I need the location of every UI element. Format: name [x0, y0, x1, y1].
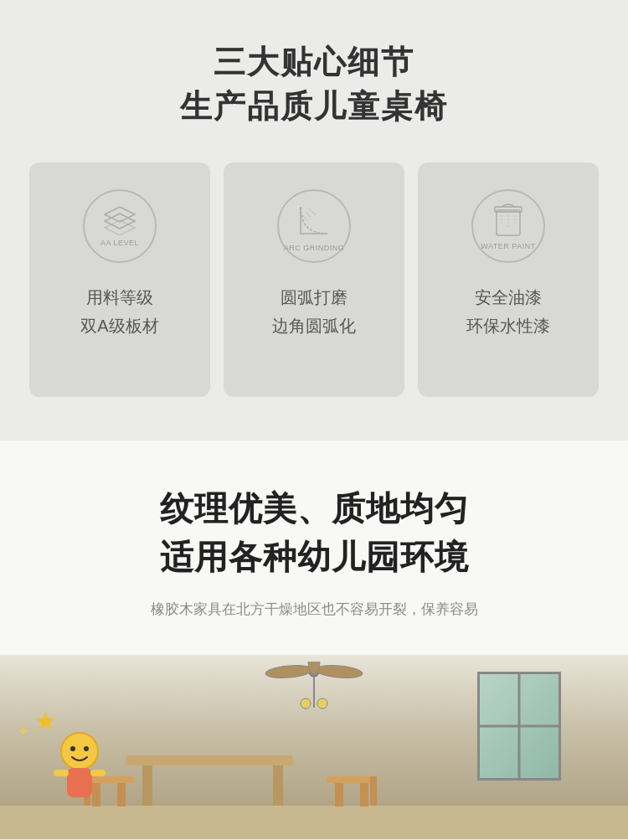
- features-title: 三大贴心细节 生产品质儿童桌椅: [23, 40, 605, 129]
- svg-point-13: [315, 663, 363, 679]
- svg-rect-7: [495, 207, 522, 212]
- card-aa-level: AA LEVEL 用料等级 双A级板材: [29, 162, 210, 397]
- svg-line-4: [309, 209, 316, 215]
- svg-rect-26: [327, 776, 377, 783]
- svg-rect-33: [67, 768, 92, 797]
- svg-rect-19: [126, 755, 293, 765]
- arc-grinding-icon-circle: ARC GRINDING: [277, 189, 351, 263]
- cartoon-character: [50, 730, 109, 806]
- svg-rect-28: [360, 783, 368, 807]
- svg-rect-18: [0, 806, 628, 839]
- quality-section: 纹理优美、质地均匀 适用各种幼儿园环境 橡胶木家具在北方干燥地区也不容易开裂，保…: [0, 441, 628, 654]
- quality-description: 橡胶木家具在北方干燥地区也不容易开裂，保养容易: [33, 598, 595, 621]
- svg-rect-34: [54, 770, 69, 776]
- aa-level-icon-circle: AA LEVEL: [83, 189, 157, 263]
- svg-rect-27: [335, 783, 343, 807]
- quality-title: 纹理优美、质地均匀 适用各种幼儿园环境: [33, 484, 595, 581]
- water-paint-icon-circle: WATER PAINT: [471, 189, 545, 263]
- svg-line-3: [306, 212, 311, 217]
- arc-icon: [294, 200, 334, 240]
- svg-rect-20: [142, 765, 152, 806]
- svg-marker-1: [105, 214, 135, 229]
- card-arc-grinding: ARC GRINDING 圆弧打磨 边角圆弧化: [224, 162, 404, 397]
- svg-point-12: [265, 663, 312, 679]
- svg-rect-24: [117, 783, 126, 807]
- water-paint-text: 安全油漆 环保水性漆: [466, 283, 550, 340]
- water-paint-label: WATER PAINT: [481, 242, 535, 250]
- paint-bucket-icon: [492, 202, 525, 239]
- svg-point-32: [84, 746, 89, 751]
- svg-point-30: [61, 733, 98, 770]
- card-water-paint: WATER PAINT 安全油漆 环保水性漆: [418, 162, 599, 397]
- layers-icon: [101, 205, 138, 235]
- features-section: 三大贴心细节 生产品质儿童桌椅 AA LEVEL 用料等级 双A级板材: [0, 0, 628, 441]
- aa-level-text: 用料等级 双A级板材: [80, 283, 158, 340]
- room-image-section: ★ ★ ✦: [0, 655, 628, 839]
- aa-level-label: AA LEVEL: [100, 239, 139, 247]
- features-title-text: 三大贴心细节 生产品质儿童桌椅: [23, 40, 605, 129]
- arc-grinding-text: 圆弧打磨 边角圆弧化: [272, 283, 356, 340]
- svg-rect-29: [370, 776, 377, 806]
- svg-point-31: [70, 746, 75, 751]
- arc-grinding-label: ARC GRINDING: [284, 244, 345, 252]
- svg-rect-35: [90, 770, 106, 776]
- room-scene: ★ ★ ✦: [0, 655, 628, 839]
- svg-rect-21: [273, 765, 283, 806]
- feature-cards-row: AA LEVEL 用料等级 双A级板材 ARC GRINDING: [23, 162, 605, 397]
